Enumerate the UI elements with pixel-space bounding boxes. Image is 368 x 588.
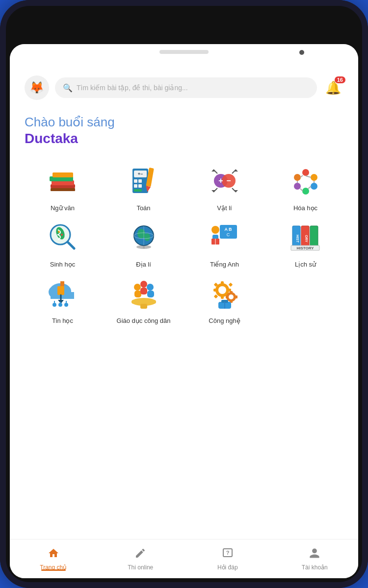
- notification-badge: 16: [335, 76, 345, 83]
- subject-label-cong-nghe: Công nghệ: [209, 317, 240, 325]
- svg-text:C: C: [226, 232, 230, 237]
- subject-label-sinh-hoc: Sinh học: [50, 261, 75, 269]
- svg-point-28: [294, 174, 301, 181]
- svg-point-96: [229, 294, 234, 299]
- subject-icon-tin-hoc: [43, 274, 82, 313]
- svg-rect-4: [51, 188, 75, 191]
- svg-text:+−: +−: [137, 172, 143, 176]
- search-bar[interactable]: 🔍 Tìm kiếm bài tập, đề thi, bài giảng...: [55, 77, 317, 98]
- nav-label-hoi-dap: Hỏi đáp: [217, 564, 238, 571]
- subject-lich-su[interactable]: HIST ORY HISTORY Lịch sử: [267, 218, 343, 269]
- subject-icon-tieng-anh: A B C: [205, 218, 244, 257]
- subject-sinh-hoc[interactable]: Sinh học: [25, 218, 101, 269]
- content-area: 🦊 🔍 Tìm kiếm bài tập, đề thi, bài giảng.…: [10, 69, 358, 539]
- subject-label-hoa-hoc: Hóa học: [293, 204, 317, 213]
- subject-hoa-hoc[interactable]: Hóa học: [267, 161, 343, 213]
- svg-point-25: [311, 183, 317, 190]
- svg-rect-13: [138, 184, 142, 188]
- svg-line-31: [308, 186, 311, 189]
- svg-line-38: [68, 242, 74, 248]
- svg-rect-3: [53, 172, 73, 177]
- subject-vat-li[interactable]: + −: [186, 161, 263, 213]
- svg-point-71: [53, 303, 56, 307]
- svg-point-79: [147, 284, 154, 291]
- greeting-section: Chào buổi sáng Ductaka: [25, 105, 343, 151]
- subject-label-ngu-van: Ngữ văn: [51, 204, 75, 213]
- svg-rect-66: [51, 295, 74, 299]
- svg-point-51: [211, 226, 219, 234]
- subject-tieng-anh[interactable]: A B C Tiếng Anh: [186, 218, 263, 269]
- svg-text:ORY: ORY: [305, 235, 308, 242]
- svg-text:HIST: HIST: [296, 235, 299, 243]
- subject-icon-vat-li: + −: [205, 161, 244, 200]
- svg-rect-85: [140, 304, 147, 309]
- nav-label-tai-khoan: Tài khoản: [302, 564, 328, 571]
- bottom-navigation: Trang chủ Thi online ? Hỏi đáp: [10, 539, 358, 578]
- nav-hoi-dap-icon: ?: [222, 547, 234, 562]
- svg-point-87: [218, 286, 226, 294]
- svg-rect-90: [213, 289, 217, 292]
- nav-trang-chu[interactable]: Trang chủ: [10, 547, 97, 571]
- greeting-username: Ductaka: [25, 131, 343, 147]
- svg-rect-57: [310, 226, 318, 248]
- svg-point-26: [302, 188, 309, 195]
- svg-rect-80: [134, 291, 141, 297]
- svg-rect-97: [230, 291, 233, 294]
- svg-point-24: [311, 174, 317, 181]
- subject-icon-dia-li: [124, 218, 163, 257]
- subject-icon-ngu-van: [43, 161, 82, 200]
- subject-label-toan: Toán: [136, 204, 150, 213]
- subject-icon-giao-duc: [124, 274, 163, 313]
- subject-giao-duc[interactable]: Giáo dục công dân: [105, 274, 182, 325]
- subject-icon-cong-nghe: [205, 274, 244, 313]
- svg-point-44: [137, 229, 145, 239]
- subject-ngu-van[interactable]: Ngữ văn: [25, 161, 101, 213]
- svg-rect-12: [134, 184, 137, 188]
- svg-rect-82: [147, 291, 154, 297]
- subject-icon-toan: +−: [124, 161, 163, 200]
- svg-text:+: +: [218, 176, 223, 185]
- svg-line-34: [300, 175, 303, 177]
- svg-point-23: [302, 169, 309, 176]
- svg-point-77: [134, 284, 141, 291]
- svg-marker-68: [60, 281, 64, 286]
- header: 🦊 🔍 Tìm kiếm bài tập, đề thi, bài giảng.…: [25, 69, 343, 105]
- subjects-grid: Ngữ văn +−: [25, 151, 343, 330]
- subject-label-vat-li: Vật lí: [217, 204, 232, 213]
- nav-thi-online-icon: [134, 547, 146, 562]
- subject-label-giao-duc: Giáo dục công dân: [117, 317, 171, 325]
- nav-thi-online[interactable]: Thi online: [97, 547, 184, 571]
- subject-toan[interactable]: +− Toán: [105, 161, 182, 213]
- svg-rect-100: [235, 295, 237, 298]
- svg-point-73: [64, 303, 68, 307]
- svg-rect-10: [134, 179, 137, 183]
- svg-point-40: [61, 234, 63, 236]
- subject-label-lich-su: Lịch sử: [295, 261, 316, 269]
- nav-label-thi-online: Thi online: [128, 564, 153, 571]
- svg-rect-94: [213, 294, 217, 298]
- subject-tin-hoc[interactable]: Tin học: [25, 274, 101, 325]
- subject-dia-li[interactable]: Địa lí: [105, 218, 182, 269]
- nav-tai-khoan[interactable]: Tài khoản: [271, 547, 359, 571]
- svg-text:A B: A B: [224, 227, 232, 232]
- svg-text:−: −: [226, 176, 231, 185]
- phone-frame: 🦊 🔍 Tìm kiếm bài tập, đề thi, bài giảng.…: [0, 0, 368, 588]
- subject-label-tieng-anh: Tiếng Anh: [210, 261, 239, 269]
- subject-icon-lich-su: HIST ORY HISTORY: [286, 218, 325, 257]
- svg-line-32: [300, 189, 303, 191]
- svg-point-27: [294, 183, 301, 190]
- subject-cong-nghe[interactable]: Công nghệ: [186, 274, 263, 325]
- svg-rect-84: [131, 300, 156, 304]
- nav-hoi-dap[interactable]: ? Hỏi đáp: [184, 547, 271, 571]
- notch-bar: [10, 44, 358, 69]
- avatar-emoji: 🦊: [29, 81, 44, 95]
- svg-point-78: [140, 281, 147, 288]
- svg-point-45: [144, 233, 150, 241]
- svg-rect-14: [134, 189, 142, 192]
- nav-tai-khoan-icon: [309, 547, 320, 562]
- svg-point-39: [58, 231, 60, 233]
- svg-text:?: ?: [226, 550, 229, 556]
- notification-button[interactable]: 🔔 16: [323, 77, 343, 98]
- greeting-line1: Chào buổi sáng: [25, 115, 343, 130]
- camera-dot: [299, 50, 304, 55]
